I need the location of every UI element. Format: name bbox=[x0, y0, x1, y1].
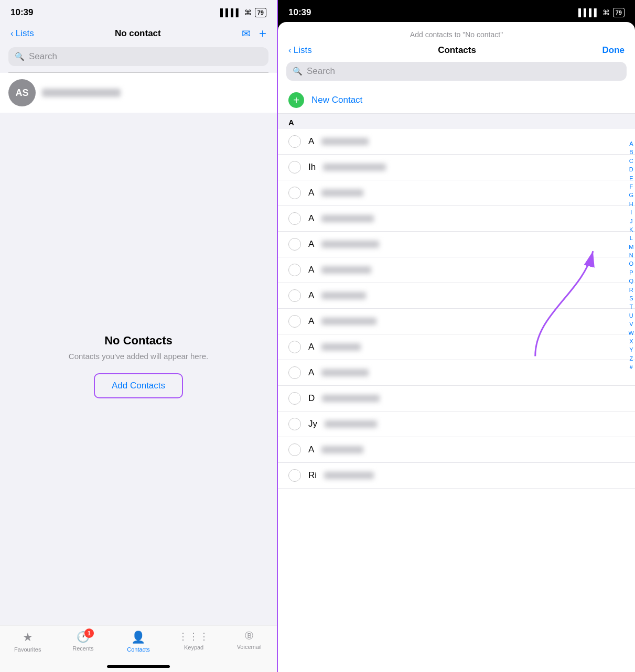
list-item[interactable]: A bbox=[278, 309, 635, 334]
list-item[interactable]: A bbox=[278, 334, 635, 360]
contact-initial: A bbox=[308, 367, 314, 378]
alpha-B[interactable]: B bbox=[629, 148, 633, 156]
list-item[interactable]: Ih bbox=[278, 155, 635, 180]
alpha-C[interactable]: C bbox=[629, 157, 633, 165]
alpha-Z[interactable]: Z bbox=[629, 355, 633, 363]
list-item[interactable]: A bbox=[278, 129, 635, 155]
tab-recents-label: Recents bbox=[72, 645, 93, 652]
section-header-a: A bbox=[278, 114, 635, 129]
alpha-M[interactable]: M bbox=[629, 243, 633, 251]
alpha-P[interactable]: P bbox=[629, 269, 633, 277]
list-item[interactable]: A bbox=[278, 283, 635, 309]
tab-voicemail-label: Voicemail bbox=[237, 644, 262, 650]
radio-A6[interactable] bbox=[288, 264, 301, 276]
alpha-O[interactable]: O bbox=[629, 260, 634, 268]
avatar-left: AS bbox=[8, 79, 36, 106]
radio-A4[interactable] bbox=[288, 212, 301, 225]
alpha-F[interactable]: F bbox=[629, 183, 633, 191]
alpha-A[interactable]: A bbox=[629, 140, 633, 148]
contact-name-blur bbox=[321, 215, 374, 222]
back-button-left[interactable]: ‹ Lists bbox=[10, 28, 34, 39]
radio-A5[interactable] bbox=[288, 238, 301, 251]
list-item[interactable]: A bbox=[278, 206, 635, 232]
alpha-H[interactable]: H bbox=[629, 200, 633, 208]
radio-A11[interactable] bbox=[288, 443, 301, 456]
radio-D1[interactable] bbox=[288, 392, 301, 405]
contact-initial: A bbox=[308, 290, 314, 301]
search-bar-left[interactable]: 🔍 Search bbox=[8, 47, 268, 66]
tab-keypad[interactable]: ⋮⋮⋮ Keypad bbox=[166, 631, 222, 651]
radio-J1[interactable] bbox=[288, 418, 301, 430]
alpha-J[interactable]: J bbox=[630, 218, 633, 225]
alpha-L[interactable]: L bbox=[630, 234, 633, 242]
contact-list: A A Ih A A bbox=[278, 114, 635, 672]
voicemail-icon: Ⓑ bbox=[245, 631, 253, 642]
alpha-I[interactable]: I bbox=[630, 209, 632, 216]
list-item[interactable]: A bbox=[278, 437, 635, 463]
list-item[interactable]: A bbox=[278, 232, 635, 257]
tab-recents[interactable]: 🕐 1 Recents bbox=[56, 631, 111, 652]
contact-name-blur bbox=[321, 241, 379, 248]
status-bar-right: 10:39 ▌▌▌▌ ⌘ 79 bbox=[278, 0, 635, 22]
tab-favourites[interactable]: ★ Favourites bbox=[0, 631, 56, 653]
contact-name-blurred bbox=[42, 89, 121, 97]
list-item[interactable]: Ri bbox=[278, 463, 635, 489]
nav-right-icons: ✉ + bbox=[242, 26, 266, 41]
alpha-T[interactable]: T bbox=[629, 303, 633, 311]
alpha-D[interactable]: D bbox=[629, 166, 633, 174]
search-icon-left: 🔍 bbox=[15, 52, 25, 61]
radio-A10[interactable] bbox=[288, 366, 301, 379]
contact-name-blur bbox=[321, 343, 361, 351]
new-contact-row[interactable]: + New Contact bbox=[278, 87, 635, 114]
list-item[interactable]: D bbox=[278, 386, 635, 411]
alpha-G[interactable]: G bbox=[629, 191, 634, 199]
alpha-W[interactable]: W bbox=[629, 329, 634, 337]
star-icon: ★ bbox=[23, 631, 33, 644]
alpha-N[interactable]: N bbox=[629, 252, 633, 259]
new-contact-label: New Contact bbox=[311, 95, 362, 105]
sheet-container: Add contacts to "No contact" ‹ Lists Con… bbox=[278, 22, 635, 672]
contact-initial: A bbox=[308, 265, 314, 275]
radio-A2[interactable] bbox=[288, 161, 301, 174]
alpha-V[interactable]: V bbox=[629, 320, 633, 328]
alpha-E[interactable]: E bbox=[629, 175, 633, 182]
radio-A3[interactable] bbox=[288, 187, 301, 199]
alpha-R[interactable]: R bbox=[629, 286, 633, 294]
alphabet-index[interactable]: A B C D E F G H I J K L M N O P Q R S T bbox=[629, 140, 634, 372]
done-button[interactable]: Done bbox=[602, 45, 625, 56]
radio-A9[interactable] bbox=[288, 341, 301, 353]
alpha-K[interactable]: K bbox=[629, 226, 633, 234]
sheet-search-bar[interactable]: 🔍 Search bbox=[286, 62, 627, 81]
mail-icon[interactable]: ✉ bbox=[242, 27, 251, 40]
recents-badge: 1 bbox=[84, 628, 94, 638]
list-item[interactable]: A bbox=[278, 257, 635, 283]
list-item[interactable]: A bbox=[278, 180, 635, 206]
alpha-X[interactable]: X bbox=[629, 338, 633, 345]
radio-A7[interactable] bbox=[288, 289, 301, 302]
add-contacts-button[interactable]: Add Contacts bbox=[94, 373, 183, 398]
add-icon[interactable]: + bbox=[259, 26, 266, 41]
left-panel: 10:39 ▌▌▌▌ ⌘ 79 ‹ Lists No contact ✉ + 🔍… bbox=[0, 0, 278, 672]
time-left: 10:39 bbox=[10, 7, 33, 18]
contact-initial: Ih bbox=[308, 162, 316, 172]
contact-row[interactable]: AS bbox=[0, 73, 277, 113]
status-bar-left: 10:39 ▌▌▌▌ ⌘ 79 bbox=[0, 0, 277, 22]
alpha-U[interactable]: U bbox=[629, 312, 633, 320]
contact-initial: A bbox=[308, 188, 314, 198]
alpha-S[interactable]: S bbox=[629, 295, 633, 302]
list-item[interactable]: A bbox=[278, 360, 635, 386]
sheet-back-button[interactable]: ‹ Lists bbox=[288, 45, 312, 56]
tab-voicemail[interactable]: Ⓑ Voicemail bbox=[221, 631, 277, 650]
radio-A8[interactable] bbox=[288, 315, 301, 328]
radio-R1[interactable] bbox=[288, 469, 301, 482]
tab-contacts[interactable]: 👤 Contacts bbox=[111, 631, 166, 653]
alpha-hash[interactable]: # bbox=[630, 363, 633, 371]
radio-A1[interactable] bbox=[288, 135, 301, 148]
plus-icon: + bbox=[288, 92, 304, 108]
contacts-icon: 👤 bbox=[131, 631, 145, 644]
tab-favourites-label: Favourites bbox=[14, 646, 41, 653]
alpha-Y[interactable]: Y bbox=[629, 346, 633, 354]
list-item[interactable]: Jy bbox=[278, 411, 635, 437]
alpha-Q[interactable]: Q bbox=[629, 277, 634, 285]
contact-initial: A bbox=[308, 136, 314, 147]
